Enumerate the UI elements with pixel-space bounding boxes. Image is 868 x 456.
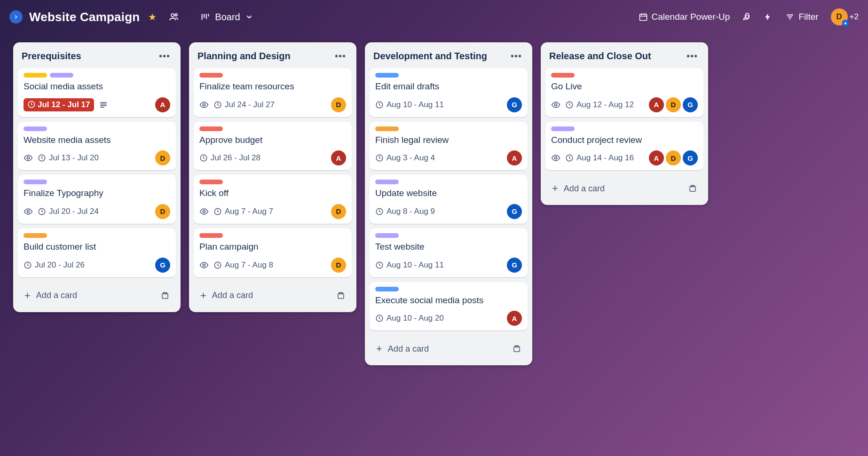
label-red[interactable] — [199, 126, 223, 131]
member-avatar[interactable]: D — [155, 204, 170, 219]
card[interactable]: Build customer list Jul 20 - Jul 26 G — [18, 228, 176, 277]
due-date[interactable]: Aug 3 - Aug 4 — [375, 153, 435, 163]
label-purple[interactable] — [24, 126, 47, 131]
member-avatar[interactable]: A — [155, 97, 170, 112]
card[interactable]: Kick off Aug 7 - Aug 7 D — [194, 175, 352, 224]
clock-icon — [27, 100, 36, 109]
card[interactable]: Website media assets Jul 13 - Jul 20 D — [18, 122, 176, 171]
card[interactable]: Approve budget Jul 26 - Jul 28 A — [194, 122, 352, 171]
card[interactable]: Test website Aug 10 - Aug 11G — [370, 228, 528, 277]
due-date[interactable]: Aug 8 - Aug 9 — [375, 207, 435, 216]
expand-sidebar-button[interactable] — [9, 10, 23, 24]
list-title[interactable]: Development and Testing — [373, 51, 487, 62]
card-template-button[interactable] — [158, 289, 172, 303]
due-date[interactable]: Jul 26 - Jul 28 — [199, 153, 260, 163]
label-purple[interactable] — [24, 180, 47, 184]
due-date[interactable]: Jul 13 - Jul 20 — [38, 153, 99, 163]
due-date[interactable]: Jul 20 - Jul 26 — [24, 260, 85, 270]
due-date[interactable]: Aug 10 - Aug 11 — [375, 260, 444, 270]
label-yellow[interactable] — [24, 73, 47, 78]
label-purple[interactable] — [551, 126, 575, 131]
card[interactable]: Finalize team resources Jul 24 - Jul 27 … — [194, 68, 352, 117]
add-card-button[interactable]: +Add a card — [22, 287, 158, 305]
list-menu-button[interactable]: ••• — [333, 50, 348, 63]
calendar-powerup-button[interactable]: Calendar Power-Up — [633, 9, 736, 25]
filter-button[interactable]: Filter — [780, 9, 824, 25]
due-date[interactable]: Aug 10 - Aug 11 — [375, 100, 444, 110]
label-purple[interactable] — [50, 73, 73, 78]
member-avatar[interactable]: D — [666, 150, 681, 165]
clock-icon — [375, 154, 384, 162]
card-template-button[interactable] — [686, 181, 700, 196]
card-template-button[interactable] — [334, 289, 348, 303]
due-date[interactable]: Aug 7 - Aug 8 — [213, 260, 273, 270]
due-date-overdue[interactable]: Jul 12 - Jul 17 — [24, 98, 94, 111]
member-avatar[interactable]: G — [507, 258, 522, 273]
member-avatar[interactable]: G — [683, 97, 698, 112]
add-card-button[interactable]: +Add a card — [373, 340, 510, 358]
due-date[interactable]: Jul 24 - Jul 27 — [213, 100, 275, 110]
card[interactable]: Execute social media posts Aug 10 - Aug … — [370, 282, 528, 331]
member-avatar[interactable]: A — [649, 150, 664, 165]
label-red[interactable] — [199, 233, 223, 238]
member-avatar[interactable]: G — [507, 97, 522, 112]
card-template-button[interactable] — [510, 342, 524, 356]
due-date[interactable]: Aug 14 - Aug 16 — [565, 153, 634, 163]
label-orange[interactable] — [24, 233, 47, 238]
list-menu-button[interactable]: ••• — [509, 50, 524, 63]
member-avatar[interactable]: D — [331, 97, 346, 112]
due-date[interactable]: Jul 20 - Jul 24 — [38, 207, 99, 216]
add-card-button[interactable]: +Add a card — [549, 180, 686, 197]
date-text: Aug 10 - Aug 20 — [387, 314, 444, 323]
card[interactable]: Edit email drafts Aug 10 - Aug 11G — [370, 68, 528, 117]
label-purple[interactable] — [375, 180, 399, 184]
label-purple[interactable] — [375, 233, 399, 238]
list-menu-button[interactable]: ••• — [157, 50, 172, 63]
member-avatar[interactable]: D — [666, 97, 681, 112]
list-title[interactable]: Planning and Design — [197, 51, 291, 62]
member-avatar[interactable]: A — [331, 150, 346, 165]
card[interactable]: Social media assets Jul 12 - Jul 17 A — [18, 68, 176, 117]
add-card-button[interactable]: +Add a card — [197, 287, 334, 305]
automation-button[interactable] — [759, 8, 777, 26]
workspace-members-button[interactable] — [165, 8, 183, 26]
label-orange[interactable] — [375, 126, 399, 131]
label-blue[interactable] — [375, 287, 399, 291]
card[interactable]: Update website Aug 8 - Aug 9G — [370, 175, 528, 224]
member-count[interactable]: +2 — [850, 12, 859, 22]
member-avatar[interactable]: D — [155, 150, 170, 165]
label-blue[interactable] — [375, 73, 399, 78]
due-date[interactable]: Aug 7 - Aug 7 — [213, 207, 273, 216]
member-avatar[interactable]: A — [649, 97, 664, 112]
card[interactable]: Finalize Typography Jul 20 - Jul 24 D — [18, 175, 176, 224]
card[interactable]: Go Live Aug 12 - Aug 12 A D G — [545, 68, 703, 117]
powerups-button[interactable] — [738, 8, 756, 26]
card-title: Go Live — [551, 80, 698, 93]
due-date[interactable]: Aug 10 - Aug 20 — [375, 314, 444, 323]
member-avatar[interactable]: G — [507, 204, 522, 219]
label-red[interactable] — [551, 73, 575, 78]
label-red[interactable] — [199, 180, 223, 184]
member-avatar[interactable]: A — [507, 311, 522, 326]
clock-icon — [565, 101, 574, 109]
date-text: Aug 8 - Aug 9 — [387, 207, 435, 216]
header-avatar[interactable]: D — [831, 8, 848, 25]
card[interactable]: Finish legal review Aug 3 - Aug 4A — [370, 122, 528, 171]
list-title[interactable]: Prerequisites — [22, 51, 81, 62]
member-avatar[interactable]: A — [507, 150, 522, 165]
member-avatar[interactable]: D — [331, 258, 346, 273]
list-title[interactable]: Release and Close Out — [549, 51, 651, 62]
board-header: Website Campaign ★ Board Calendar Power-… — [0, 0, 868, 34]
star-button[interactable]: ★ — [143, 8, 161, 26]
card[interactable]: Plan campaign Aug 7 - Aug 8 D — [194, 228, 352, 277]
label-red[interactable] — [199, 73, 223, 78]
board-view-switcher[interactable]: Board — [195, 9, 258, 25]
due-date[interactable]: Aug 12 - Aug 12 — [565, 100, 634, 110]
list-menu-button[interactable]: ••• — [685, 50, 700, 63]
board-title[interactable]: Website Campaign — [29, 10, 140, 24]
add-card-label: Add a card — [212, 291, 253, 300]
member-avatar[interactable]: D — [331, 204, 346, 219]
member-avatar[interactable]: G — [683, 150, 698, 165]
member-avatar[interactable]: G — [155, 258, 170, 273]
card[interactable]: Conduct project review Aug 14 - Aug 16 A… — [545, 122, 703, 171]
